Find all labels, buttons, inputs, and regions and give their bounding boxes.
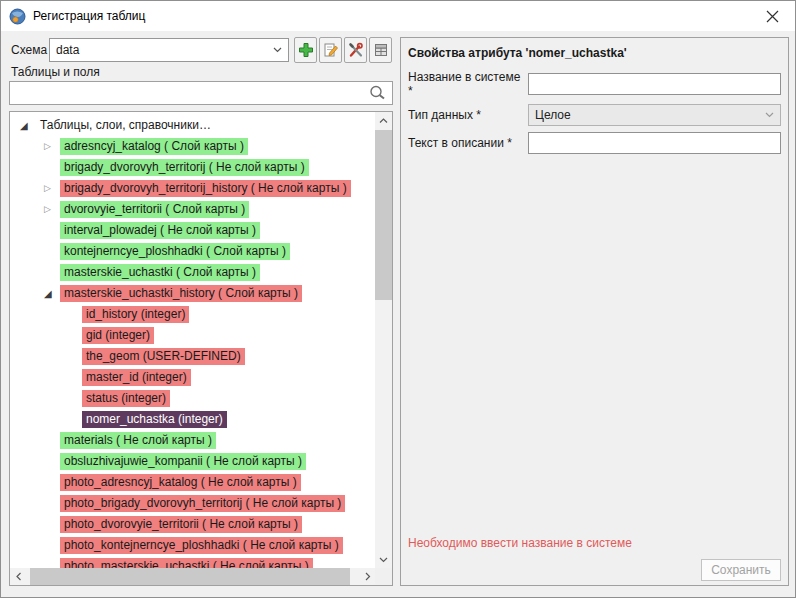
search-icon bbox=[368, 84, 386, 102]
system-name-label: Название в системе * bbox=[408, 70, 528, 98]
table-structure-icon bbox=[373, 42, 389, 58]
horizontal-scroll-thumb[interactable] bbox=[30, 568, 350, 585]
tree-item[interactable]: ◢masterskie_uchastki_history ( Слой карт… bbox=[10, 283, 375, 304]
tree-item-label: master_id (integer) bbox=[82, 369, 191, 386]
tree-item-label: brigady_dvorovyh_territorij_history ( Не… bbox=[60, 180, 351, 197]
tree-item[interactable]: ▷adresncyj_katalog ( Слой карты ) bbox=[10, 136, 375, 157]
tree-item[interactable]: status (integer) bbox=[10, 388, 375, 409]
horizontal-scrollbar[interactable] bbox=[10, 568, 376, 585]
schema-label: Схема bbox=[11, 43, 47, 57]
tree-item-label: kontejnerncye_ploshhadki ( Слой карты ) bbox=[60, 243, 290, 260]
tree-item-label: interval_plowadej ( Не слой карты ) bbox=[60, 222, 260, 239]
chevron-down-icon bbox=[765, 112, 774, 118]
tree-item-label: photo_brigady_dvorovyh_territorij ( Не с… bbox=[60, 495, 345, 512]
description-input[interactable] bbox=[528, 132, 781, 154]
tree-item[interactable]: ◢Таблицы, слои, справочники… bbox=[10, 115, 375, 136]
tree-item[interactable]: obsluzhivajuwie_kompanii ( Не слой карты… bbox=[10, 451, 375, 472]
tree-item-label: gid (integer) bbox=[82, 327, 154, 344]
validation-message: Необходимо ввести название в системе bbox=[408, 536, 781, 550]
vertical-scrollbar[interactable] bbox=[375, 112, 392, 568]
tree-item-label: masterskie_uchastki ( Слой карты ) bbox=[60, 264, 260, 281]
search-input[interactable] bbox=[10, 83, 368, 103]
tree-item[interactable]: brigady_dvorovyh_territorij ( Не слой ка… bbox=[10, 157, 375, 178]
tree-item-label: materials ( Не слой карты ) bbox=[60, 432, 216, 449]
tree-expanded-icon[interactable]: ◢ bbox=[44, 283, 58, 304]
edit-button[interactable] bbox=[319, 37, 342, 63]
tree-collapsed-icon[interactable]: ▷ bbox=[44, 199, 58, 220]
data-type-label: Тип данных * bbox=[408, 108, 528, 122]
schema-toolbar bbox=[294, 37, 392, 63]
tree-item[interactable]: materials ( Не слой карты ) bbox=[10, 430, 375, 451]
data-type-row: Тип данных * Целое bbox=[408, 104, 781, 126]
save-button[interactable]: Сохранить bbox=[701, 559, 781, 581]
scroll-up-arrow-icon[interactable] bbox=[375, 112, 392, 129]
tree-item-label: Таблицы, слои, справочники… bbox=[36, 117, 215, 134]
scroll-right-arrow-icon[interactable] bbox=[359, 568, 376, 585]
tables-tree: ◢Таблицы, слои, справочники…▷adresncyj_k… bbox=[9, 111, 393, 586]
tree-item[interactable]: ▷brigady_dvorovyh_territorij_history ( Н… bbox=[10, 178, 375, 199]
close-button[interactable] bbox=[750, 2, 795, 31]
data-type-select[interactable]: Целое bbox=[528, 104, 781, 126]
tree-item-label: photo_dvorovyie_territorii ( Не слой кар… bbox=[60, 516, 302, 533]
wrench-icon bbox=[348, 42, 364, 58]
tree-item[interactable]: ▷dvorovyie_territorii ( Слой карты ) bbox=[10, 199, 375, 220]
tree-item-label: photo_masterskie_uchastki ( Не слой карт… bbox=[60, 558, 313, 568]
tree-item[interactable]: id_history (integer) bbox=[10, 304, 375, 325]
tree-item[interactable]: interval_plowadej ( Не слой карты ) bbox=[10, 220, 375, 241]
tree-item-label: obsluzhivajuwie_kompanii ( Не слой карты… bbox=[60, 453, 306, 470]
edit-icon bbox=[323, 42, 339, 58]
description-label: Текст в описании * bbox=[408, 136, 528, 150]
scroll-left-arrow-icon[interactable] bbox=[10, 568, 27, 585]
attribute-properties-panel: Свойства атрибута 'nomer_uchastka' Назва… bbox=[400, 37, 789, 586]
properties-header: Свойства атрибута 'nomer_uchastka' bbox=[408, 46, 781, 60]
tables-fields-caption: Таблицы и поля bbox=[11, 65, 100, 79]
button-row: Сохранить bbox=[408, 559, 781, 581]
tree-item-label: brigady_dvorovyh_territorij ( Не слой ка… bbox=[60, 159, 309, 176]
schema-selected-value: data bbox=[56, 43, 273, 57]
tree-item-label: the_geom (USER-DEFINED) bbox=[82, 348, 245, 365]
tree-item-label: id_history (integer) bbox=[82, 306, 189, 323]
system-name-row: Название в системе * bbox=[408, 70, 781, 98]
scrollbar-corner bbox=[375, 568, 392, 585]
tree-item[interactable]: photo_adresncyj_katalog ( Не слой карты … bbox=[10, 472, 375, 493]
tree-item[interactable]: nomer_uchastka (integer) bbox=[10, 409, 375, 430]
plus-icon bbox=[298, 42, 314, 58]
tree-item-label: dvorovyie_territorii ( Слой карты ) bbox=[60, 201, 249, 218]
title-bar: Регистрация таблиц bbox=[1, 1, 795, 31]
schema-select[interactable]: data bbox=[49, 38, 289, 62]
tools-button[interactable] bbox=[344, 37, 367, 63]
tree-item[interactable]: kontejnerncye_ploshhadki ( Слой карты ) bbox=[10, 241, 375, 262]
globe-icon bbox=[9, 8, 26, 25]
tree-items: ◢Таблицы, слои, справочники…▷adresncyj_k… bbox=[10, 115, 375, 568]
description-row: Текст в описании * bbox=[408, 132, 781, 154]
tree-collapsed-icon[interactable]: ▷ bbox=[44, 136, 58, 157]
tree-item-label: photo_adresncyj_katalog ( Не слой карты … bbox=[60, 474, 301, 491]
tree-item[interactable]: photo_masterskie_uchastki ( Не слой карт… bbox=[10, 556, 375, 568]
system-name-input[interactable] bbox=[528, 73, 781, 95]
window-title: Регистрация таблиц bbox=[33, 9, 145, 23]
scroll-down-arrow-icon[interactable] bbox=[375, 551, 392, 568]
data-type-value: Целое bbox=[535, 108, 765, 122]
register-tables-dialog: Регистрация таблиц Схема data bbox=[0, 0, 796, 598]
vertical-scroll-thumb[interactable] bbox=[375, 130, 392, 300]
tree-expanded-icon[interactable]: ◢ bbox=[20, 115, 34, 136]
tree-item-label: status (integer) bbox=[82, 390, 170, 407]
search-box bbox=[9, 81, 393, 105]
table-structure-button[interactable] bbox=[369, 37, 392, 63]
tree-item[interactable]: photo_brigady_dvorovyh_territorij ( Не с… bbox=[10, 493, 375, 514]
tree-item-label: masterskie_uchastki_history ( Слой карты… bbox=[60, 285, 302, 302]
tree-item[interactable]: gid (integer) bbox=[10, 325, 375, 346]
tree-item-label: adresncyj_katalog ( Слой карты ) bbox=[60, 138, 248, 155]
tree-item-label: nomer_uchastka (integer) bbox=[82, 411, 227, 428]
add-button[interactable] bbox=[294, 37, 317, 63]
tree-item[interactable]: photo_kontejnerncye_ploshhadki ( Не слой… bbox=[10, 535, 375, 556]
tree-item[interactable]: masterskie_uchastki ( Слой карты ) bbox=[10, 262, 375, 283]
tree-collapsed-icon[interactable]: ▷ bbox=[44, 178, 58, 199]
tree-item[interactable]: the_geom (USER-DEFINED) bbox=[10, 346, 375, 367]
tree-item[interactable]: master_id (integer) bbox=[10, 367, 375, 388]
close-icon bbox=[766, 10, 779, 23]
tree-item-label: photo_kontejnerncye_ploshhadki ( Не слой… bbox=[60, 537, 343, 554]
tree-item[interactable]: photo_dvorovyie_territorii ( Не слой кар… bbox=[10, 514, 375, 535]
chevron-down-icon bbox=[273, 47, 282, 53]
